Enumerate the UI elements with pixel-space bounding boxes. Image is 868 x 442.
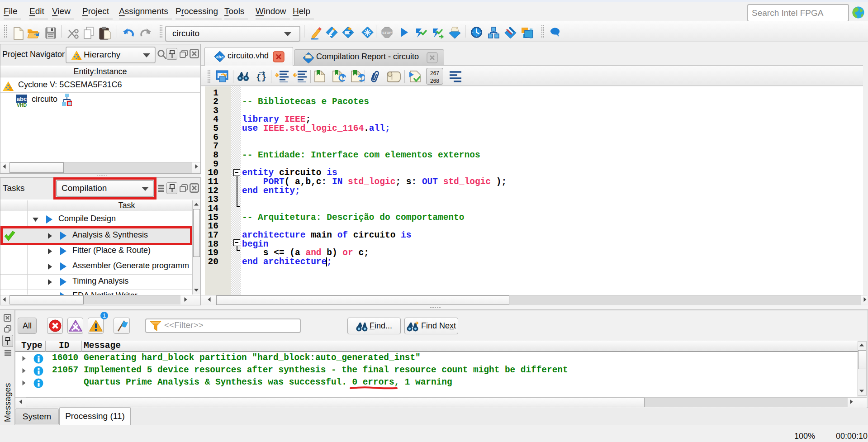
- svg-text:abc: abc: [17, 95, 27, 102]
- svg-text:VHD: VHD: [17, 102, 27, 107]
- svg-text:abc: abc: [216, 54, 223, 59]
- svg-text:{}: {}: [256, 72, 266, 82]
- svg-text:STOP: STOP: [382, 31, 391, 35]
